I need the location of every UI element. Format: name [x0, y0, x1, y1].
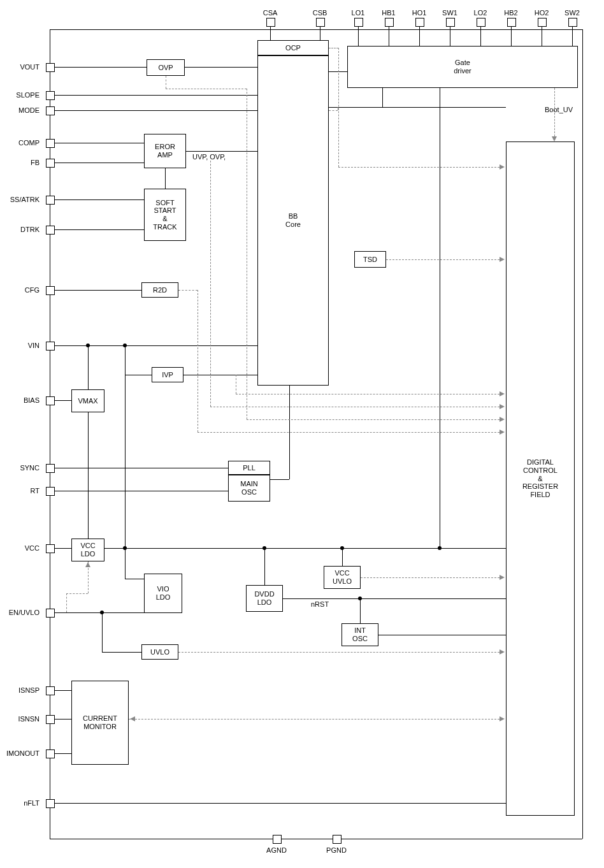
wire-vcc-bus — [104, 548, 506, 549]
pin-pad-lo2 — [477, 18, 485, 27]
arrow-curmon-l — [130, 716, 135, 721]
wire-gatedrv-down — [382, 88, 383, 107]
dash-tsd — [386, 259, 500, 260]
pin-stub-sw2 — [572, 27, 573, 46]
pin-label-rt: RT — [1, 487, 42, 495]
pin-pad-imonout — [46, 749, 55, 758]
pin-stub-sw1 — [450, 27, 450, 46]
pin-pad-ssatrk — [46, 196, 55, 205]
arrow-ocp-dig — [500, 164, 505, 170]
arrow-ivp-dig — [500, 391, 505, 396]
block-current-monitor: CURRENT MONITOR — [71, 681, 129, 765]
dash-bootuv — [554, 88, 555, 136]
wire-vcc-to-uvlo — [342, 548, 343, 566]
pin-stub-lo1 — [358, 27, 359, 46]
pin-label-fb: FB — [1, 159, 42, 166]
wire-en-to-uvlo-v — [102, 612, 103, 652]
block-r2d: R2D — [141, 282, 178, 298]
pin-pad-isnsp — [46, 686, 55, 695]
pin-pad-isnsn — [46, 715, 55, 724]
dash-ovp-h — [166, 89, 247, 89]
wire-vmax-to-vccldo — [88, 412, 89, 539]
pin-stub-hb2 — [511, 27, 512, 46]
pin-pad-sw1 — [446, 18, 455, 27]
dash-ocp-h2 — [338, 167, 500, 168]
arrow-vccuvlo-dig — [500, 575, 505, 580]
wire-vout-ovp — [55, 67, 147, 68]
dash-mode-h — [329, 110, 338, 111]
arrow-curmon-r — [500, 716, 505, 721]
pin-pad-pgnd — [333, 835, 342, 844]
dash-curmon — [129, 719, 500, 720]
pin-pad-sync — [46, 464, 55, 473]
wire-vin-down — [125, 375, 126, 548]
dash-vccldo-h — [66, 593, 88, 594]
pin-label-mode: MODE — [1, 106, 42, 114]
wire-dvdd-to-intosc — [360, 598, 361, 623]
pin-label-sw1: SW1 — [437, 9, 463, 17]
wire-enuvlo — [55, 612, 144, 613]
pin-label-cfg: CFG — [1, 286, 42, 294]
pin-pad-csa — [266, 18, 275, 27]
wire-vcc-to-vio-h — [125, 579, 144, 579]
wire-ssatrk — [55, 199, 144, 200]
pin-pad-hb1 — [385, 18, 394, 27]
dash-ivp-h — [236, 394, 500, 394]
pin-pad-vin — [46, 342, 55, 351]
pin-pad-csb — [316, 18, 325, 27]
dash-r2d-h1 — [178, 290, 198, 291]
pin-stub-csb — [320, 27, 320, 41]
block-vmax: VMAX — [71, 389, 104, 412]
block-eror-amp: EROR AMP — [144, 134, 186, 168]
block-uvlo: UVLO — [141, 644, 178, 660]
pin-label-slope: SLOPE — [1, 91, 42, 99]
dash-uvp-h — [210, 407, 500, 407]
pin-pad-hb2 — [507, 18, 516, 27]
pin-pad-lo1 — [354, 18, 363, 27]
pin-label-sync: SYNC — [1, 464, 42, 472]
dash-ovp-to-dig — [247, 419, 500, 420]
dash-ocp-h1 — [329, 48, 338, 48]
pin-pad-comp — [46, 139, 55, 148]
block-ivp: IVP — [152, 367, 183, 382]
wire-sync — [55, 468, 228, 468]
arrow-uvlo-dig — [500, 649, 505, 655]
pin-label-comp: COMP — [1, 139, 42, 147]
dash-vccldo-v2 — [66, 593, 67, 612]
block-dvdd-ldo: DVDD LDO — [246, 585, 283, 612]
pin-pad-sw2 — [568, 18, 577, 27]
pin-label-sw2: SW2 — [559, 9, 585, 17]
node-vcc-uvlo — [340, 546, 344, 550]
pin-label-nflt: nFLT — [1, 799, 42, 807]
block-pll: PLL — [228, 461, 270, 475]
pin-label-imonout: IMONOUT — [1, 749, 42, 757]
node-dvdd-intosc — [358, 597, 362, 600]
pin-label-csa: CSA — [257, 9, 283, 17]
border-right — [582, 29, 583, 839]
wire-vin-to-ivp-v — [125, 345, 126, 375]
border-bottom — [50, 839, 582, 839]
wire-vcc-stub — [55, 548, 71, 549]
diagram-canvas: CSA CSB LO1 HB1 HO1 SW1 LO2 HB2 HO2 SW2 … — [0, 0, 604, 868]
border-top — [50, 29, 582, 30]
block-ovp: OVP — [147, 59, 185, 76]
pin-label-lo2: LO2 — [468, 9, 493, 17]
wire-mode — [55, 110, 257, 111]
wire-imonout — [55, 753, 71, 754]
pin-label-lo1: LO1 — [345, 9, 371, 17]
node-vin-tap2 — [86, 344, 90, 347]
pin-label-ho1: HO1 — [406, 9, 432, 17]
pin-label-pgnd: PGND — [320, 846, 352, 854]
pin-pad-vout — [46, 63, 55, 72]
dash-r2d-v — [198, 290, 198, 432]
text-uvp-ovp: UVP, OVP, — [192, 153, 226, 161]
wire-vcc-to-vio-v — [125, 548, 126, 579]
node-en-tap — [100, 611, 104, 614]
wire-isnsp — [55, 690, 71, 691]
dash-r2d-h2 — [198, 432, 500, 433]
pin-pad-fb — [46, 159, 55, 168]
wire-nflt — [55, 803, 506, 804]
pin-label-hb2: HB2 — [498, 9, 524, 17]
pin-label-vcc: VCC — [1, 544, 42, 552]
wire-comp — [55, 143, 144, 143]
